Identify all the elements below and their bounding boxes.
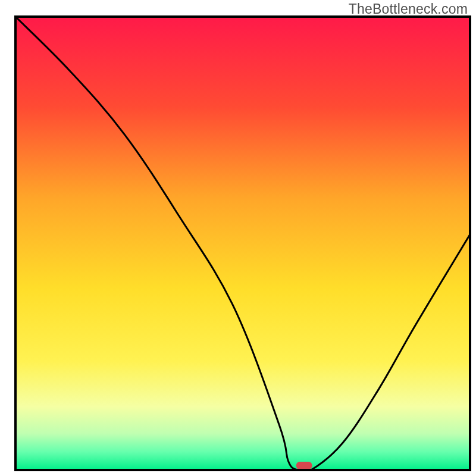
minimum-marker <box>296 462 312 469</box>
plot-area <box>15 17 470 472</box>
bottleneck-chart <box>0 0 476 476</box>
chart-stage: TheBottleneck.com <box>0 0 476 476</box>
